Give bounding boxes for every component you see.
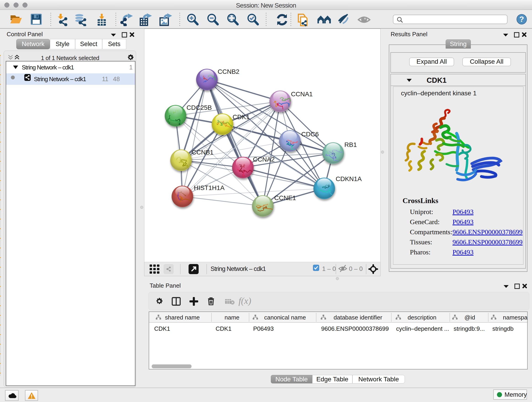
svg-text:RB1: RB1	[344, 141, 357, 148]
svg-text:CCNB2: CCNB2	[218, 68, 239, 75]
svg-text:CDKN1A: CDKN1A	[336, 175, 362, 182]
svg-text:CDK1: CDK1	[233, 114, 250, 121]
svg-text:CDC6: CDC6	[301, 131, 319, 138]
svg-text:HIST1H1A: HIST1H1A	[194, 184, 225, 191]
svg-text:CCNB1: CCNB1	[192, 149, 214, 156]
svg-text:CDC25B: CDC25B	[186, 104, 212, 111]
svg-text:CCNA1: CCNA1	[291, 90, 313, 98]
svg-text:?: ?	[519, 15, 524, 23]
svg-text:CCNA2: CCNA2	[253, 156, 275, 163]
svg-text:CCNE1: CCNE1	[274, 194, 296, 201]
